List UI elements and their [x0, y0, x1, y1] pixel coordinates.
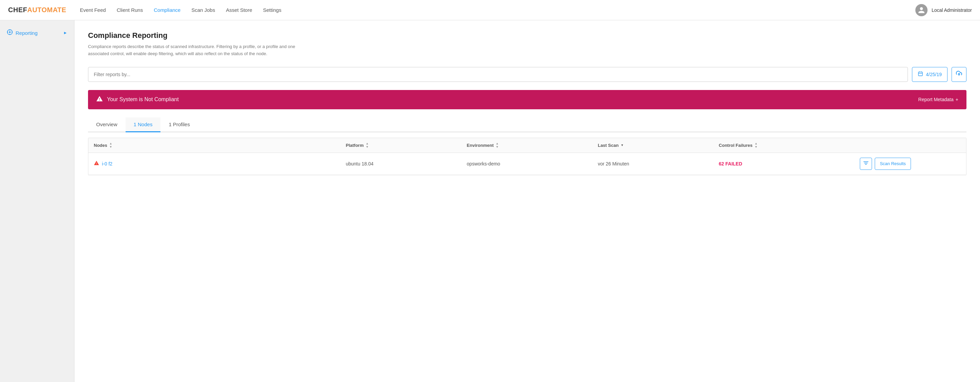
calendar-icon: [918, 71, 923, 78]
col-last-scan-label: Last Scan: [598, 143, 619, 148]
report-metadata-plus-icon: +: [956, 97, 958, 102]
tab-overview[interactable]: Overview: [88, 117, 126, 132]
nav-settings[interactable]: Settings: [263, 6, 281, 14]
action-buttons: Scan Results: [860, 158, 961, 170]
cell-environment: opsworks-demo: [467, 161, 598, 166]
reporting-icon: [7, 29, 13, 36]
filter-node-icon: [863, 161, 869, 166]
scan-results-button[interactable]: Scan Results: [875, 158, 911, 170]
report-metadata-label: Report Metadata: [918, 97, 954, 102]
nav-event-feed[interactable]: Event Feed: [80, 6, 106, 14]
col-nodes-sort-icon: ▲ ▼: [109, 142, 112, 149]
filter-input[interactable]: [88, 67, 908, 82]
tab-profiles[interactable]: 1 Profiles: [161, 117, 198, 132]
cell-control-failures: 62 FAILED: [719, 161, 860, 166]
col-environment-label: Environment: [467, 143, 493, 148]
col-actions: [860, 142, 961, 149]
sidebar: Reporting ►: [0, 20, 75, 382]
col-platform-label: Platform: [345, 143, 364, 148]
logo-automate: AUTOMATE: [27, 6, 66, 14]
col-last-scan[interactable]: Last Scan ▼: [598, 142, 719, 149]
banner-text: Your System is Not Compliant: [107, 97, 918, 103]
nav-user-area: Local Administrator: [915, 4, 972, 16]
banner-warning-icon: [96, 95, 103, 104]
row-warning-icon: [94, 160, 99, 167]
cell-last-scan: vor 26 Minuten: [598, 161, 719, 166]
nav-links: Event Feed Client Runs Compliance Scan J…: [80, 6, 915, 14]
svg-rect-6: [918, 72, 923, 76]
col-platform-sort-icon: ▲ ▼: [366, 142, 369, 149]
page-description: Compliance reports describe the status o…: [88, 43, 298, 57]
nodes-table: Nodes ▲ ▼ Platform ▲ ▼ Environment: [88, 138, 966, 175]
avatar[interactable]: [915, 4, 928, 16]
main-content: Compliance Reporting Compliance reports …: [75, 20, 980, 382]
tab-nodes[interactable]: 1 Nodes: [126, 117, 161, 132]
report-metadata-button[interactable]: Report Metadata +: [918, 97, 958, 102]
logo-chef: CHEF: [8, 6, 27, 14]
tabs: Overview 1 Nodes 1 Profiles: [88, 117, 966, 132]
col-environment-sort-icon: ▲ ▼: [496, 142, 499, 149]
page-title: Compliance Reporting: [88, 31, 966, 40]
nav-asset-store[interactable]: Asset Store: [226, 6, 252, 14]
nav-compliance[interactable]: Compliance: [154, 6, 180, 14]
date-picker-button[interactable]: 4/25/19: [912, 67, 948, 82]
app-logo[interactable]: CHEFAUTOMATE: [8, 6, 66, 14]
col-control-failures-label: Control Failures: [719, 143, 752, 148]
table-header: Nodes ▲ ▼ Platform ▲ ▼ Environment: [88, 138, 966, 153]
upload-button[interactable]: [951, 67, 966, 82]
col-platform[interactable]: Platform ▲ ▼: [345, 142, 466, 149]
col-nodes-label: Nodes: [94, 143, 107, 148]
sidebar-item-label: Reporting: [16, 30, 38, 36]
col-control-failures[interactable]: Control Failures ▲ ▼: [719, 142, 860, 149]
col-environment[interactable]: Environment ▲ ▼: [467, 142, 598, 149]
cell-platform: ubuntu 18.04: [345, 161, 466, 166]
filter-bar: 4/25/19: [88, 67, 966, 82]
top-navigation: CHEFAUTOMATE Event Feed Client Runs Comp…: [0, 0, 980, 20]
col-nodes[interactable]: Nodes ▲ ▼: [94, 142, 345, 149]
cell-node: i-0 f2: [94, 160, 345, 167]
compliance-banner: Your System is Not Compliant Report Meta…: [88, 90, 966, 109]
table-row: i-0 f2 ubuntu 18.04 opsworks-demo vor 26…: [88, 153, 966, 175]
app-layout: Reporting ► Compliance Reporting Complia…: [0, 20, 980, 382]
nav-client-runs[interactable]: Client Runs: [117, 6, 143, 14]
col-control-failures-sort-icon: ▲ ▼: [754, 142, 757, 149]
admin-name-label: Local Administrator: [932, 8, 972, 13]
nav-scan-jobs[interactable]: Scan Jobs: [191, 6, 215, 14]
col-last-scan-sort-icon: ▼: [620, 144, 624, 147]
cell-actions: Scan Results: [860, 158, 961, 170]
upload-icon: [956, 70, 962, 78]
node-name-link[interactable]: i-0 f2: [102, 161, 112, 166]
sidebar-arrow-icon: ►: [63, 30, 67, 35]
sidebar-item-reporting[interactable]: Reporting ►: [0, 26, 74, 40]
filter-node-button[interactable]: [860, 158, 872, 170]
date-label: 4/25/19: [926, 72, 942, 77]
svg-point-1: [9, 32, 11, 33]
